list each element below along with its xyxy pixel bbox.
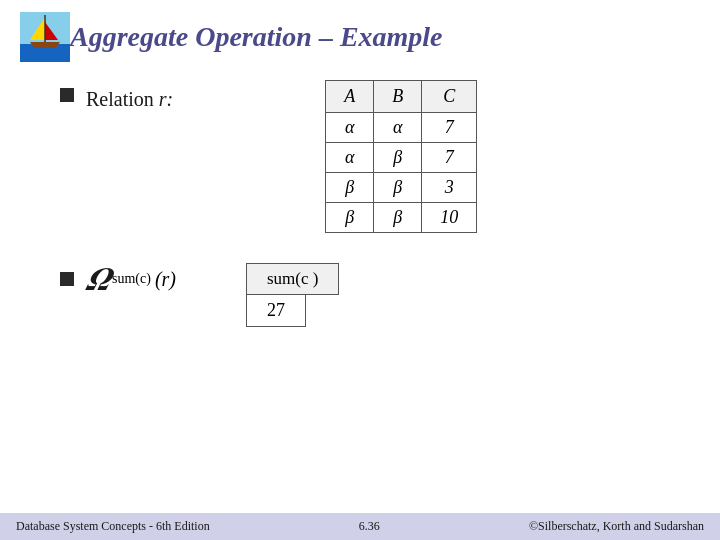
relation-label: Relation r: [86,88,173,111]
header: Aggregate Operation – Example [0,0,720,70]
page-title: Aggregate Operation – Example [70,21,443,53]
table-cell-c: 7 [422,143,477,173]
table-cell-b: β [374,203,422,233]
agg-subscript: sum(c) [112,271,151,287]
footer-center: 6.36 [359,519,380,534]
table-cell-a: β [326,173,374,203]
table-row: ββ10 [326,203,477,233]
table-cell-c: 7 [422,113,477,143]
bullet-relation [60,88,74,102]
table-cell-a: β [326,203,374,233]
result-header: sum(c ) [246,263,339,295]
sailboat-icon [20,12,70,62]
table-cell-c: 10 [422,203,477,233]
col-header-A: A [326,81,374,113]
table-row: ββ3 [326,173,477,203]
footer: Database System Concepts - 6th Edition 6… [0,513,720,540]
aggregate-expression: 𝜴 sum(c) (r) [86,263,176,295]
aggregate-section: 𝜴 sum(c) (r) sum(c ) 27 [60,263,660,327]
bullet-aggregate [60,272,74,286]
relation-table: A B C αα7αβ7ββ3ββ10 [325,80,477,233]
table-row: αα7 [326,113,477,143]
result-value: 27 [246,295,306,327]
footer-left: Database System Concepts - 6th Edition [16,519,210,534]
table-cell-b: β [374,143,422,173]
result-table-wrap: sum(c ) 27 [246,263,339,327]
table-cell-b: α [374,113,422,143]
agg-arg: (r) [155,268,176,291]
relation-section: Relation r: A B C αα7αβ7ββ3ββ10 [60,80,660,233]
svg-marker-6 [30,42,60,48]
relation-table-wrap: A B C αα7αβ7ββ3ββ10 [325,80,477,233]
table-header-row: A B C [326,81,477,113]
col-header-B: B [374,81,422,113]
footer-right: ©Silberschatz, Korth and Sudarshan [529,519,704,534]
table-row: αβ7 [326,143,477,173]
table-cell-b: β [374,173,422,203]
col-header-C: C [422,81,477,113]
table-cell-a: α [326,143,374,173]
main-content: Relation r: A B C αα7αβ7ββ3ββ10 [0,70,720,337]
table-cell-a: α [326,113,374,143]
table-cell-c: 3 [422,173,477,203]
agg-G-symbol: 𝜴 [86,263,110,295]
